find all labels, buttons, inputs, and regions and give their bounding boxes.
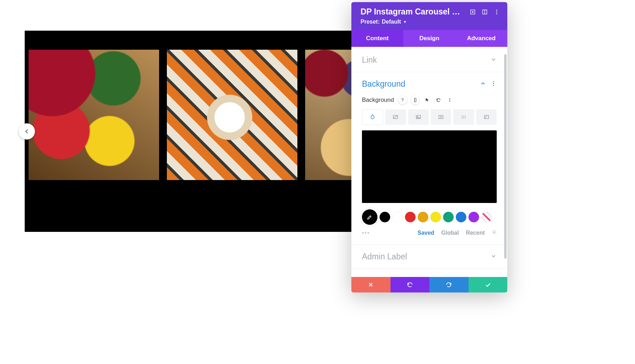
svg-marker-18 xyxy=(441,117,442,118)
carousel-slide[interactable] xyxy=(29,50,159,180)
redo-button[interactable] xyxy=(429,277,468,292)
svg-point-7 xyxy=(493,81,494,82)
undo-button[interactable] xyxy=(391,277,430,292)
tab-design[interactable]: Design xyxy=(403,30,455,47)
carousel-prev-button[interactable] xyxy=(19,123,35,140)
palette-more-icon[interactable]: ••• xyxy=(362,230,370,236)
svg-point-11 xyxy=(449,98,450,99)
preset-dropdown[interactable]: Preset: Default ▼ xyxy=(361,19,500,25)
palette-swatch[interactable] xyxy=(456,212,466,222)
settings-panel: DP Instagram Carousel Setti… Preset: Def… xyxy=(351,2,507,292)
svg-rect-22 xyxy=(462,118,462,118)
bg-type-pattern[interactable] xyxy=(453,109,474,125)
cancel-button[interactable] xyxy=(351,277,391,292)
svg-rect-20 xyxy=(464,116,464,116)
bg-type-video[interactable] xyxy=(431,109,451,125)
carousel-slides xyxy=(29,50,393,180)
color-palette xyxy=(362,209,497,225)
panel-title: DP Instagram Carousel Setti… xyxy=(361,7,464,17)
section-kebab-icon[interactable] xyxy=(490,80,497,88)
kebab-icon[interactable] xyxy=(493,8,500,16)
svg-point-12 xyxy=(449,100,450,100)
svg-rect-19 xyxy=(462,116,462,116)
svg-rect-24 xyxy=(465,118,466,118)
panel-header: DP Instagram Carousel Setti… Preset: Def… xyxy=(351,2,507,30)
svg-point-1 xyxy=(472,11,473,12)
chevron-down-icon: ▼ xyxy=(403,20,407,24)
snap-icon[interactable] xyxy=(481,8,488,16)
palette-tab-saved[interactable]: Saved xyxy=(418,230,434,236)
svg-rect-23 xyxy=(464,118,464,118)
svg-point-13 xyxy=(449,101,450,102)
section-admin-label-toggle[interactable]: Admin Label xyxy=(351,245,507,269)
svg-point-6 xyxy=(496,13,497,14)
palette-swatch[interactable] xyxy=(405,212,416,222)
panel-action-bar xyxy=(351,277,507,292)
preset-prefix: Preset: xyxy=(361,19,380,25)
panel-tabs: Content Design Advanced xyxy=(351,30,507,47)
palette-swatch[interactable] xyxy=(430,212,441,222)
svg-point-4 xyxy=(496,10,497,11)
section-background-title: Background xyxy=(362,79,405,89)
expand-icon[interactable] xyxy=(469,8,476,16)
panel-body: Link Background xyxy=(351,48,507,277)
svg-point-5 xyxy=(496,11,497,12)
svg-point-26 xyxy=(494,232,495,233)
background-option-label: Background xyxy=(362,97,394,104)
chevron-up-icon xyxy=(480,80,486,88)
svg-rect-21 xyxy=(465,116,466,116)
section-link-title: Link xyxy=(362,55,377,65)
svg-point-9 xyxy=(493,85,494,86)
bg-type-mask[interactable] xyxy=(476,109,497,125)
gear-icon[interactable] xyxy=(492,230,497,236)
carousel-slide[interactable] xyxy=(167,50,297,180)
hover-cursor-icon[interactable] xyxy=(424,97,431,104)
help-icon[interactable]: ? xyxy=(398,96,407,104)
section-admin-label-title: Admin Label xyxy=(362,252,407,261)
palette-tab-global[interactable]: Global xyxy=(441,230,459,236)
section-link-toggle[interactable]: Link xyxy=(351,48,507,72)
palette-tab-recent[interactable]: Recent xyxy=(466,230,485,236)
palette-swatch[interactable] xyxy=(468,212,479,222)
background-color-swatch[interactable] xyxy=(362,130,497,203)
chevron-down-icon xyxy=(490,253,497,261)
palette-swatch-none[interactable] xyxy=(481,212,492,222)
section-background-toggle[interactable]: Background xyxy=(351,72,507,96)
option-kebab-icon[interactable] xyxy=(446,97,453,104)
bg-type-image[interactable] xyxy=(408,109,429,125)
section-background-body: Background ? xyxy=(351,96,507,245)
tab-content[interactable]: Content xyxy=(351,30,403,47)
palette-swatch[interactable] xyxy=(443,212,454,222)
eyedropper-button[interactable] xyxy=(362,209,377,225)
svg-rect-10 xyxy=(414,98,416,102)
preset-value: Default xyxy=(382,19,401,25)
palette-swatch[interactable] xyxy=(380,212,390,222)
palette-swatch[interactable] xyxy=(418,212,428,222)
svg-point-8 xyxy=(493,83,494,84)
tab-advanced[interactable]: Advanced xyxy=(455,30,507,47)
save-button[interactable] xyxy=(468,277,508,292)
palette-swatch[interactable] xyxy=(392,212,403,222)
chevron-down-icon xyxy=(490,56,497,64)
bg-type-color[interactable] xyxy=(362,109,383,125)
background-type-tabs xyxy=(362,109,497,125)
reset-icon[interactable] xyxy=(435,97,442,104)
bg-type-gradient[interactable] xyxy=(385,109,406,125)
responsive-phone-icon[interactable] xyxy=(411,96,419,104)
panel-scrollbar[interactable] xyxy=(504,54,507,259)
